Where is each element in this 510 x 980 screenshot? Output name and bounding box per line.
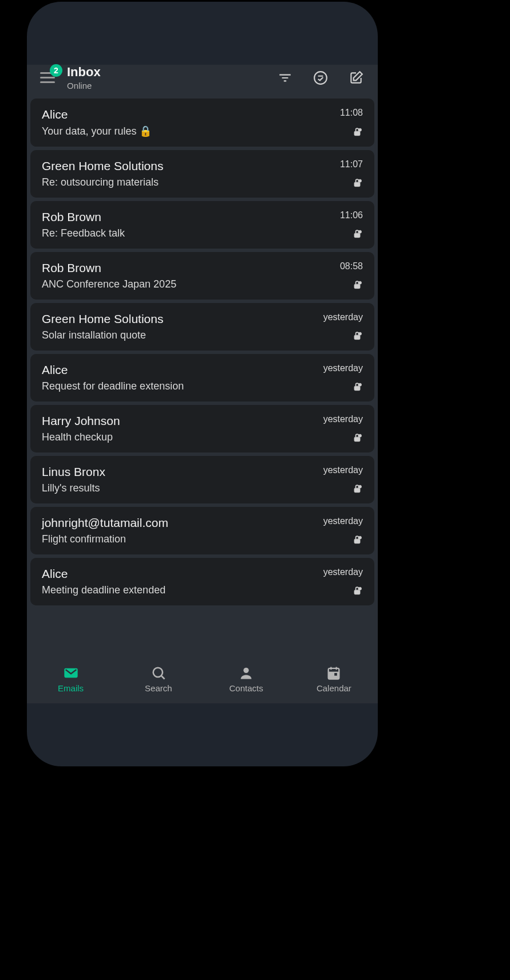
email-time: 08:58 <box>340 261 363 271</box>
email-sender: Alice <box>42 567 165 581</box>
bottom-nav: Emails Search Contacts Calendar <box>27 660 378 703</box>
email-row[interactable]: Linus BronxLilly's resultsyesterday <box>30 456 374 503</box>
email-sender: Rob Brown <box>42 210 125 224</box>
svg-point-25 <box>153 668 163 677</box>
email-subject: Re: Feedback talk <box>42 227 125 239</box>
email-right: yesterday <box>311 363 363 392</box>
email-subject: Flight confirmation <box>42 533 168 545</box>
email-subject: Request for deadline extension <box>42 380 184 392</box>
mail-icon <box>63 665 79 681</box>
svg-point-20 <box>359 485 362 488</box>
app-screen: 2 Inbox Online AliceYour data, your rule… <box>27 65 378 703</box>
svg-rect-21 <box>354 539 360 544</box>
email-row[interactable]: AliceRequest for deadline extensionyeste… <box>30 354 374 402</box>
email-time: 11:08 <box>340 108 363 118</box>
svg-point-6 <box>359 128 362 131</box>
contacts-icon <box>238 665 254 681</box>
encryption-icon <box>351 483 363 494</box>
email-row[interactable]: Harry JohnsonHealth checkupyesterday <box>30 405 374 452</box>
email-sender: Harry Johnson <box>42 414 120 428</box>
svg-point-18 <box>359 434 362 437</box>
email-sender: Linus Bronx <box>42 465 105 479</box>
svg-rect-23 <box>354 590 360 595</box>
email-subject: Solar installation quote <box>42 329 163 341</box>
nav-contacts[interactable]: Contacts <box>203 665 290 693</box>
email-left: Rob BrownRe: Feedback talk <box>42 210 125 239</box>
email-left: AliceYour data, your rules 🔒 <box>42 108 152 137</box>
email-row[interactable]: AliceYour data, your rules 🔒11:08 <box>30 99 374 147</box>
folder-title: Inbox <box>67 65 101 80</box>
email-time: yesterday <box>323 465 363 475</box>
email-row[interactable]: Rob BrownANC Conference Japan 202508:58 <box>30 252 374 300</box>
svg-rect-13 <box>354 335 360 340</box>
unread-badge: 2 <box>50 64 62 77</box>
encryption-icon <box>351 534 363 545</box>
email-right: yesterday <box>311 312 363 341</box>
email-sender: Green Home Solutions <box>42 159 163 173</box>
email-row[interactable]: Green Home SolutionsRe: outsourcing mate… <box>30 150 374 198</box>
connection-status: Online <box>67 81 101 90</box>
svg-rect-9 <box>354 233 360 238</box>
email-time: yesterday <box>323 567 363 577</box>
email-right: 11:06 <box>311 210 363 239</box>
email-left: Linus BronxLilly's results <box>42 465 105 494</box>
svg-rect-11 <box>354 284 360 289</box>
search-icon <box>151 665 167 681</box>
svg-rect-15 <box>354 386 360 391</box>
email-time: yesterday <box>323 312 363 322</box>
svg-point-10 <box>359 230 362 233</box>
svg-rect-19 <box>354 488 360 493</box>
email-sender: Green Home Solutions <box>42 312 163 326</box>
compose-icon <box>349 70 363 85</box>
encryption-icon <box>351 177 363 188</box>
nav-search[interactable]: Search <box>114 665 202 693</box>
email-subject: Meeting deadline extended <box>42 584 165 596</box>
email-left: johnright@tutamail.comFlight confirmatio… <box>42 516 168 545</box>
filter-button[interactable] <box>274 66 296 89</box>
email-left: Rob BrownANC Conference Japan 2025 <box>42 261 176 290</box>
encryption-icon <box>351 126 363 137</box>
email-right: 08:58 <box>311 261 363 290</box>
email-row[interactable]: johnright@tutamail.comFlight confirmatio… <box>30 507 374 554</box>
svg-rect-5 <box>354 131 360 136</box>
nav-contacts-label: Contacts <box>230 683 263 693</box>
email-right: 11:07 <box>311 159 363 188</box>
encryption-icon <box>351 432 363 443</box>
compose-button[interactable] <box>345 66 367 89</box>
encryption-icon <box>351 585 363 596</box>
email-row[interactable]: AliceMeeting deadline extendedyesterday <box>30 558 374 605</box>
nav-search-label: Search <box>145 683 172 693</box>
nav-calendar[interactable]: Calendar <box>290 665 378 693</box>
nav-calendar-label: Calendar <box>317 683 351 693</box>
email-right: 11:08 <box>311 108 363 137</box>
nav-emails[interactable]: Emails <box>27 665 114 693</box>
email-left: AliceRequest for deadline extension <box>42 363 184 392</box>
email-subject: ANC Conference Japan 2025 <box>42 278 176 290</box>
email-time: yesterday <box>323 414 363 424</box>
email-left: Harry JohnsonHealth checkup <box>42 414 120 443</box>
svg-rect-7 <box>354 182 360 187</box>
email-right: yesterday <box>311 465 363 494</box>
email-left: AliceMeeting deadline extended <box>42 567 165 596</box>
email-left: Green Home SolutionsSolar installation q… <box>42 312 163 341</box>
svg-line-26 <box>161 676 164 679</box>
email-right: yesterday <box>311 567 363 596</box>
svg-point-3 <box>314 72 327 84</box>
svg-point-16 <box>359 383 362 386</box>
email-time: yesterday <box>323 516 363 526</box>
email-left: Green Home SolutionsRe: outsourcing mate… <box>42 159 163 188</box>
email-sender: Rob Brown <box>42 261 176 275</box>
email-row[interactable]: Green Home SolutionsSolar installation q… <box>30 303 374 351</box>
email-sender: Alice <box>42 363 184 377</box>
email-row[interactable]: Rob BrownRe: Feedback talk11:06 <box>30 201 374 249</box>
svg-rect-33 <box>335 673 338 676</box>
encryption-icon <box>351 228 363 239</box>
mark-read-button[interactable] <box>309 66 332 89</box>
svg-point-14 <box>359 332 362 335</box>
email-subject: Lilly's results <box>42 482 105 494</box>
calendar-icon <box>326 665 342 681</box>
email-right: yesterday <box>311 414 363 443</box>
menu-button[interactable]: 2 <box>37 68 58 88</box>
email-time: 11:06 <box>340 210 363 221</box>
svg-point-24 <box>359 587 362 590</box>
